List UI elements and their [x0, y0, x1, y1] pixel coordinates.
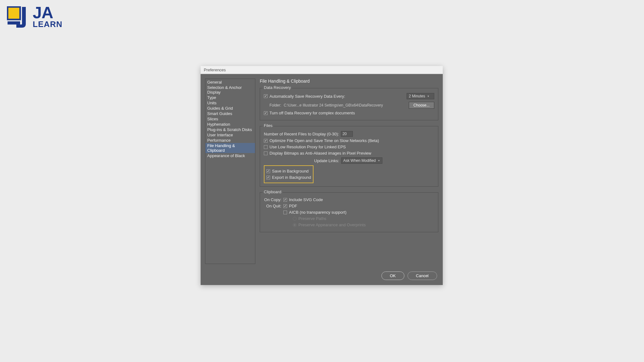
optimize-label: Optimize File Open and Save Time on Slow… — [269, 138, 379, 143]
low-res-label: Use Low Resolution Proxy for Linked EPS — [269, 145, 346, 149]
sidebar-item-units[interactable]: Units — [205, 100, 255, 106]
on-copy-label: On Copy: — [264, 197, 281, 202]
folder-path: C:\User...e Illustrator 24 Settings\en_G… — [284, 103, 383, 107]
window-title: Preferences — [201, 66, 443, 74]
files-title: Files — [263, 123, 274, 128]
sidebar-item-guides[interactable]: Guides & Grid — [205, 106, 255, 111]
sidebar-item-hyphenation[interactable]: Hyphenation — [205, 122, 255, 127]
interval-value: 2 Minutes — [409, 94, 425, 98]
logo-text-top: JA — [33, 6, 63, 19]
sidebar-item-ui[interactable]: User Interface — [205, 132, 255, 138]
data-recovery-title: Data Recovery — [263, 85, 292, 90]
low-res-checkbox[interactable] — [264, 145, 268, 149]
auto-save-label: Automatically Save Recovery Data Every: — [269, 94, 345, 99]
recent-files-input[interactable]: 20 — [341, 131, 353, 137]
pdf-checkbox[interactable] — [283, 204, 287, 208]
choose-button[interactable]: Choose... — [409, 102, 434, 109]
pdf-label: PDF — [289, 204, 297, 208]
preferences-dialog: Preferences General Selection & Anchor D… — [201, 66, 443, 285]
update-links-label: Update Links: — [314, 158, 339, 163]
save-bg-checkbox[interactable] — [266, 169, 270, 173]
update-links-dropdown[interactable]: Ask When Modified ▼ — [341, 157, 382, 164]
ok-button[interactable]: OK — [381, 272, 404, 280]
update-links-value: Ask When Modified — [343, 158, 376, 163]
export-bg-checkbox[interactable] — [266, 176, 270, 179]
sidebar-item-slices[interactable]: Slices — [205, 116, 255, 122]
preserve-paths-label: Preserve Paths — [298, 216, 326, 221]
optimize-checkbox[interactable] — [264, 139, 268, 143]
sidebar-item-black[interactable]: Appearance of Black — [205, 153, 255, 158]
svg-label: Include SVG Code — [289, 197, 323, 202]
aicb-label: AICB (no transparency support) — [289, 210, 347, 215]
sidebar-item-performance[interactable]: Performance — [205, 138, 255, 143]
bitmaps-label: Display Bitmaps as Anti-Aliased images i… — [269, 151, 371, 156]
save-bg-label: Save in Background — [272, 169, 308, 173]
recent-files-label: Number of Recent Files to Display (0-30)… — [264, 132, 339, 136]
preserve-appearance-label: Preserve Appearance and Overprints — [298, 222, 366, 227]
interval-dropdown[interactable]: 2 Minutes ▼ — [407, 93, 434, 99]
on-quit-label: On Quit: — [264, 204, 281, 208]
sidebar-item-plugins[interactable]: Plug-ins & Scratch Disks — [205, 127, 255, 132]
sidebar-item-file-handling[interactable]: File Handling & Clipboard — [205, 143, 255, 153]
clipboard-title: Clipboard — [263, 189, 283, 194]
logo: JA LEARN — [7, 6, 63, 29]
background-highlight: Save in Background Export in Background — [264, 165, 314, 183]
svg-checkbox[interactable] — [283, 198, 287, 202]
preserve-appearance-radio — [293, 223, 297, 227]
chevron-down-icon: ▼ — [427, 95, 430, 98]
turn-off-label: Turn off Data Recovery for complex docum… — [269, 111, 355, 115]
aicb-checkbox[interactable] — [283, 211, 287, 214]
sidebar-item-general[interactable]: General — [205, 80, 255, 85]
svg-rect-2 — [8, 21, 20, 25]
data-recovery-section: Data Recovery Automatically Save Recover… — [260, 88, 438, 120]
chevron-down-icon: ▼ — [378, 159, 380, 162]
files-section: Files Number of Recent Files to Display … — [260, 126, 438, 187]
cancel-button[interactable]: Cancel — [408, 272, 437, 280]
folder-label: Folder: — [269, 103, 281, 107]
turn-off-checkbox[interactable] — [264, 111, 268, 115]
preferences-sidebar: General Selection & Anchor Display Type … — [205, 79, 255, 264]
logo-text-bottom: LEARN — [33, 19, 63, 29]
sidebar-item-type[interactable]: Type — [205, 95, 255, 100]
preserve-paths-radio — [293, 217, 297, 221]
svg-rect-0 — [8, 7, 20, 19]
bitmaps-checkbox[interactable] — [264, 151, 268, 155]
clipboard-section: Clipboard On Copy: Include SVG Code On Q… — [260, 192, 438, 232]
export-bg-label: Export in Background — [272, 175, 311, 180]
panel-title: File Handling & Clipboard — [260, 79, 438, 84]
auto-save-checkbox[interactable] — [264, 94, 268, 98]
sidebar-item-smart-guides[interactable]: Smart Guides — [205, 111, 255, 116]
sidebar-item-selection[interactable]: Selection & Anchor Display — [205, 85, 255, 95]
logo-mark-icon — [7, 6, 30, 29]
